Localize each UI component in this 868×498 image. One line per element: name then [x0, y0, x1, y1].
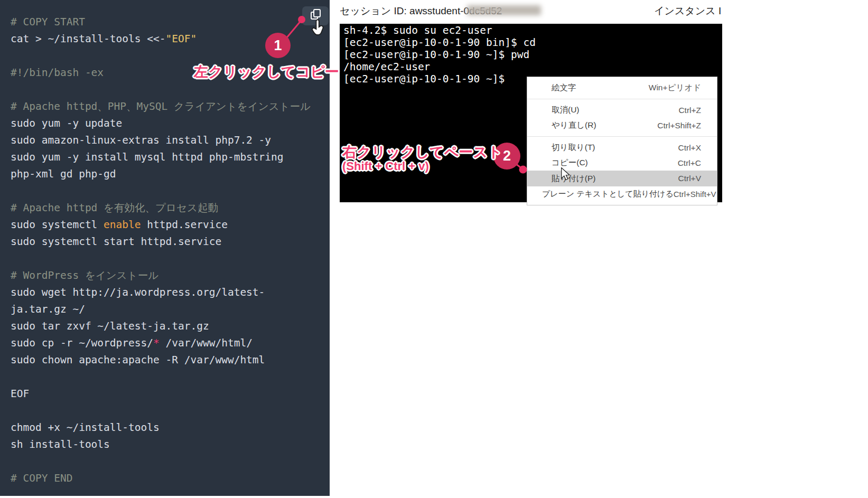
menu-item-shortcut: Ctrl+Shift+V: [674, 190, 716, 199]
code-line: sudo wget http://ja.wordpress.org/latest…: [11, 284, 330, 301]
menu-item-label: 絵文字: [552, 82, 576, 93]
menu-item-shortcut: Ctrl+X: [678, 143, 702, 153]
code-line: # Apache httpd を有効化、プロセス起動: [11, 200, 330, 217]
menu-separator: [527, 99, 717, 99]
menu-item-label: 貼り付け(P): [552, 173, 595, 184]
code-line: [11, 453, 330, 470]
menu-item-row[interactable]: 切り取り(T)Ctrl+X: [527, 140, 717, 155]
code-line: [11, 81, 330, 98]
code-line: # WordPress をインストール: [11, 267, 330, 284]
menu-item-label: やり直し(R): [552, 120, 596, 131]
code-line: [11, 369, 330, 386]
menu-item-label: 取消(U): [552, 105, 580, 116]
code-line: sudo tar zxvf ~/latest-ja.tar.gz: [11, 318, 330, 335]
step-2-caption-line1: 右クリックしてペースト: [342, 144, 502, 160]
context-menu: 絵文字Win+ピリオド取消(U)Ctrl+Zやり直し(R)Ctrl+Shift+…: [527, 77, 717, 205]
terminal-line: sh-4.2$ sudo su ec2-user: [343, 24, 722, 36]
code-line: # Apache httpd、PHP、MySQL クライアントをインストール: [11, 98, 330, 115]
code-line: [11, 183, 330, 200]
step-2-caption: 右クリックしてペースト (Shift + Ctrl + v): [342, 145, 502, 173]
code-line: EOF: [11, 386, 330, 402]
menu-item-row[interactable]: やり直し(R)Ctrl+Shift+Z: [527, 118, 717, 133]
menu-item-label: コピー(C): [552, 157, 588, 168]
copy-button[interactable]: [302, 6, 329, 25]
code-line: # COPY START: [11, 14, 330, 31]
menu-item-shortcut: Ctrl+Z: [678, 106, 701, 115]
menu-item-label: プレーン テキストとして貼り付ける: [542, 189, 674, 199]
code-line: [11, 250, 330, 267]
code-line: [11, 402, 330, 419]
step-1-badge: 1: [265, 33, 291, 58]
step-1-caption: 左クリックしてコピー: [194, 64, 329, 80]
code-line: ja.tar.gz ~/: [11, 301, 330, 318]
copy-icon: [309, 8, 322, 23]
code-line: chmod +x ~/install-tools: [11, 419, 330, 436]
code-line: sudo chown apache:apache -R /var/www/htm…: [11, 352, 330, 369]
step-2-number: 2: [503, 148, 511, 164]
code-line: sudo systemctl start httpd.service: [11, 233, 330, 250]
menu-item-shortcut: Ctrl+C: [678, 158, 701, 168]
menu-item-shortcut: Ctrl+Shift+Z: [657, 121, 701, 130]
instance-id-label: インスタンス I: [654, 4, 722, 18]
redacted-session-id-blur: [467, 5, 541, 15]
terminal-line: /home/ec2-user: [343, 61, 722, 73]
code-line: sudo yum -y update: [11, 115, 330, 132]
code-line: sudo yum -y install mysql httpd php-mbst…: [11, 149, 330, 166]
code-line: # COPY END: [11, 470, 330, 487]
code-line: php-xml gd php-gd: [11, 166, 330, 183]
terminal-line: [ec2-user@ip-10-0-1-90 ~]$ pwd: [343, 49, 722, 61]
menu-item-row[interactable]: プレーン テキストとして貼り付けるCtrl+Shift+V: [527, 186, 717, 202]
menu-item-paste-highlighted[interactable]: 貼り付け(P)Ctrl+V: [527, 171, 717, 186]
menu-item-row[interactable]: 絵文字Win+ピリオド: [527, 80, 717, 96]
menu-item-shortcut: Win+ピリオド: [649, 82, 701, 93]
step-1-number: 1: [274, 37, 282, 54]
menu-separator: [527, 136, 717, 137]
code-line: sudo cp -r ~/wordpress/* /var/www/html/: [11, 335, 330, 352]
code-line: sh install-tools: [11, 436, 330, 453]
menu-item-row[interactable]: 取消(U)Ctrl+Z: [527, 102, 717, 118]
menu-item-label: 切り取り(T): [552, 142, 595, 153]
code-line: sudo systemctl enable httpd.service: [11, 217, 330, 233]
menu-item-shortcut: Ctrl+V: [678, 174, 702, 183]
terminal-line: [ec2-user@ip-10-0-1-90 bin]$ cd: [343, 36, 722, 49]
step-2-caption-line2: (Shift + Ctrl + v): [342, 159, 502, 173]
code-line: sudo amazon-linux-extras install php7.2 …: [11, 132, 330, 149]
menu-item-row[interactable]: コピー(C)Ctrl+C: [527, 155, 717, 171]
